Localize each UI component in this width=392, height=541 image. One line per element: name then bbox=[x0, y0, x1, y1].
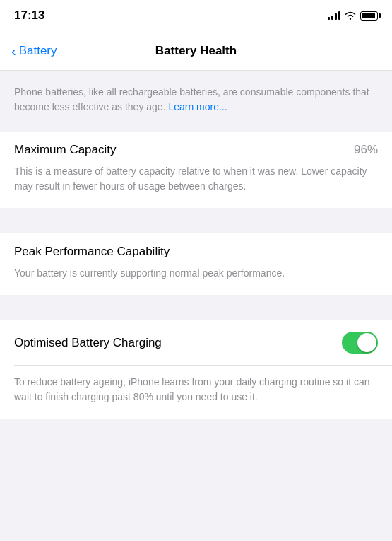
maximum-capacity-card: Maximum Capacity 96% This is a measure o… bbox=[0, 132, 392, 208]
peak-performance-body: Your battery is currently supporting nor… bbox=[0, 259, 392, 295]
peak-performance-description: Your battery is currently supporting nor… bbox=[14, 266, 378, 281]
peak-performance-card: Peak Performance Capability Your battery… bbox=[0, 233, 392, 295]
info-text: Phone batteries, like all rechargeable b… bbox=[14, 85, 378, 115]
status-bar: 17:13 bbox=[0, 0, 392, 31]
maximum-capacity-label: Maximum Capacity bbox=[14, 143, 117, 157]
maximum-capacity-value: 96% bbox=[354, 143, 378, 157]
optimised-charging-body: To reduce battery ageing, iPhone learns … bbox=[0, 366, 392, 419]
optimised-charging-card: Optimised Battery Charging To reduce bat… bbox=[0, 320, 392, 419]
battery-icon bbox=[360, 11, 378, 21]
optimised-charging-description: To reduce battery ageing, iPhone learns … bbox=[14, 366, 378, 405]
optimised-charging-label: Optimised Battery Charging bbox=[14, 336, 162, 350]
status-icons bbox=[328, 11, 378, 21]
maximum-capacity-header: Maximum Capacity 96% bbox=[0, 132, 392, 157]
chevron-left-icon: ‹ bbox=[11, 44, 16, 58]
signal-icon bbox=[328, 11, 340, 20]
section-divider-1 bbox=[0, 208, 392, 233]
peak-performance-header: Peak Performance Capability bbox=[0, 233, 392, 259]
maximum-capacity-body: This is a measure of battery capacity re… bbox=[0, 157, 392, 208]
back-button[interactable]: ‹ Battery bbox=[11, 44, 57, 58]
learn-more-link[interactable]: Learn more... bbox=[168, 101, 227, 112]
page-title: Battery Health bbox=[155, 44, 237, 58]
section-divider-2 bbox=[0, 295, 392, 320]
optimised-charging-toggle[interactable] bbox=[342, 332, 378, 354]
peak-performance-label: Peak Performance Capability bbox=[14, 245, 170, 258]
info-section: Phone batteries, like all rechargeable b… bbox=[0, 71, 392, 132]
nav-bar: ‹ Battery Battery Health bbox=[0, 31, 392, 71]
status-time: 17:13 bbox=[14, 8, 44, 23]
optimised-charging-row: Optimised Battery Charging bbox=[0, 320, 392, 365]
back-label: Battery bbox=[19, 44, 57, 58]
wifi-icon bbox=[345, 11, 356, 20]
content: Phone batteries, like all rechargeable b… bbox=[0, 71, 392, 419]
maximum-capacity-description: This is a measure of battery capacity re… bbox=[14, 164, 378, 194]
